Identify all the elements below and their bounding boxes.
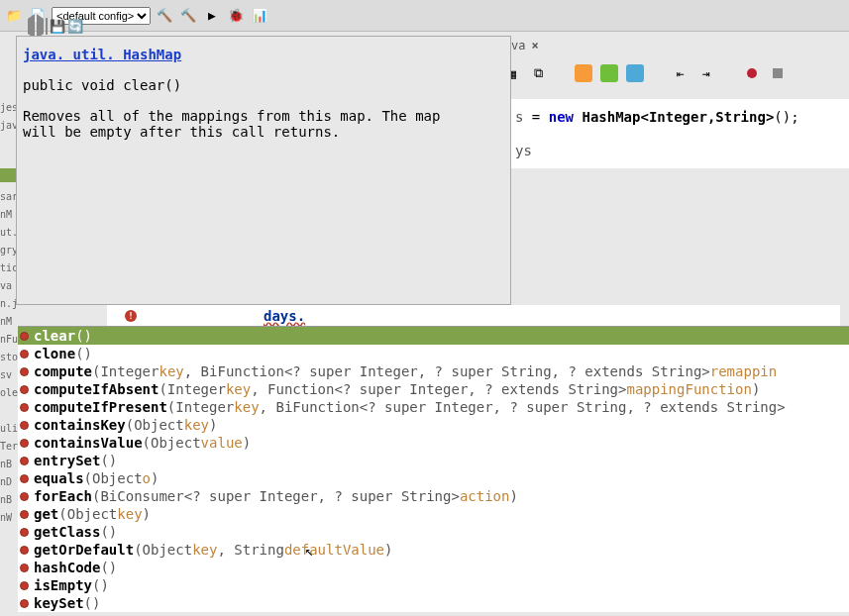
method-params: ) xyxy=(752,380,760,398)
record-icon[interactable] xyxy=(743,64,761,82)
sidebar-fragment[interactable]: nB xyxy=(0,456,18,473)
sidebar-fragment[interactable]: nFu xyxy=(0,331,18,349)
sidebar-fragment[interactable]: nB xyxy=(0,491,18,509)
hammer-icon[interactable]: 🔨 xyxy=(155,6,174,26)
sidebar-fragment[interactable]: Ter xyxy=(0,438,18,456)
completion-popup[interactable]: clear()clone()compute(Integer key, BiFun… xyxy=(18,326,849,612)
hammer-clean-icon[interactable]: 🔨 xyxy=(178,6,198,26)
completion-item[interactable]: getOrDefault(Object key, String defaultV… xyxy=(18,541,849,559)
method-icon xyxy=(20,599,29,608)
method-name: entrySet xyxy=(34,452,100,469)
method-name: forEach xyxy=(34,487,92,505)
method-icon xyxy=(20,439,29,448)
nav-stop-icon[interactable] xyxy=(46,19,48,34)
method-params: () xyxy=(100,523,117,541)
completion-item[interactable]: isEmpty() xyxy=(18,576,849,594)
error-gutter-icon[interactable]: ! xyxy=(107,305,155,327)
method-params: , Function<? super Integer, ? extends St… xyxy=(251,380,626,398)
method-params: (Integer xyxy=(92,362,159,380)
completion-item[interactable]: clear() xyxy=(18,327,849,345)
completion-item[interactable]: getClass() xyxy=(18,523,849,541)
editor-current-line[interactable]: ! days. xyxy=(107,305,840,327)
method-icon xyxy=(20,350,29,359)
method-icon xyxy=(20,474,29,483)
sidebar-fragment[interactable] xyxy=(0,402,18,420)
tab-close-icon[interactable]: × xyxy=(531,39,538,52)
method-icon xyxy=(20,457,29,465)
method-params: (Object xyxy=(143,434,201,452)
main-toolbar: 📁 📄 <default config> 🔨 🔨 ▶ 🐞 📊 xyxy=(0,0,849,32)
method-name: clear xyxy=(34,327,75,345)
javadoc-tooltip: java. util. HashMap public void clear() … xyxy=(16,36,511,305)
completion-item[interactable]: compute(Integer key, BiFunction<? super … xyxy=(18,362,849,380)
method-icon xyxy=(20,332,29,341)
sidebar-fragment[interactable]: nW xyxy=(0,509,18,527)
sidebar-fragment[interactable]: nM xyxy=(0,313,18,331)
editor-toolbar: ▦ ⧉ ⇤ ⇥ xyxy=(495,61,849,85)
tab-label[interactable]: va xyxy=(511,39,525,52)
profile-icon[interactable]: 📊 xyxy=(250,6,269,26)
completion-item[interactable]: hashCode() xyxy=(18,559,849,576)
refresh-icon[interactable]: 🔄 xyxy=(67,19,83,34)
method-params: () xyxy=(75,327,92,345)
sidebar-fragment[interactable]: ole xyxy=(0,384,18,402)
completion-item[interactable]: containsKey(Object key) xyxy=(18,416,849,434)
param-name: mappingFunction xyxy=(626,380,751,398)
completion-item[interactable]: entrySet() xyxy=(18,452,849,469)
method-name: equals xyxy=(34,469,84,487)
completion-item[interactable]: forEach(BiConsumer<? super Integer, ? su… xyxy=(18,487,849,505)
method-name: containsKey xyxy=(34,416,126,434)
method-name: containsValue xyxy=(34,434,143,452)
sidebar-fragment[interactable]: sto xyxy=(0,349,18,366)
param-name: key xyxy=(226,380,251,398)
method-name: compute xyxy=(34,362,92,380)
method-icon xyxy=(20,564,29,572)
indent-right-icon[interactable]: ⇥ xyxy=(697,64,715,82)
completion-item[interactable]: get(Object key) xyxy=(18,505,849,523)
method-icon xyxy=(20,367,29,376)
nav-back-icon[interactable] xyxy=(28,19,35,34)
method-params: () xyxy=(100,452,117,469)
method-name: hashCode xyxy=(34,559,100,576)
param-name: o xyxy=(143,469,151,487)
nav-down-icon[interactable] xyxy=(600,64,618,82)
indent-left-icon[interactable]: ⇤ xyxy=(672,64,690,82)
method-icon xyxy=(20,528,29,537)
completion-item[interactable]: equals(Object o) xyxy=(18,469,849,487)
method-name: keySet xyxy=(34,594,84,612)
method-params: ) xyxy=(384,541,392,559)
nav-forward-icon[interactable] xyxy=(37,19,44,34)
method-icon xyxy=(20,581,29,590)
method-params: () xyxy=(75,345,92,362)
code-text: days. xyxy=(155,308,305,324)
method-params: ) xyxy=(243,434,251,452)
param-name: key xyxy=(192,541,217,559)
debug-icon[interactable]: 🐞 xyxy=(226,6,246,26)
param-name: key xyxy=(117,505,142,523)
sidebar-fragment[interactable]: ulin xyxy=(0,420,18,438)
run-icon[interactable]: ▶ xyxy=(202,6,222,26)
sidebar-fragment[interactable]: sv xyxy=(0,366,18,384)
nav-sibling-icon[interactable] xyxy=(626,64,644,82)
completion-item[interactable]: computeIfPresent(Integer key, BiFunction… xyxy=(18,398,849,416)
method-params: (Object xyxy=(134,541,192,559)
completion-item[interactable]: keySet() xyxy=(18,594,849,612)
method-params: (BiConsumer<? super Integer, ? super Str… xyxy=(92,487,460,505)
method-name: isEmpty xyxy=(34,576,92,594)
editor-tabbar: va × xyxy=(503,36,849,55)
completion-item[interactable]: computeIfAbsent(Integer key, Function<? … xyxy=(18,380,849,398)
completion-item[interactable]: clone() xyxy=(18,345,849,362)
method-name: clone xyxy=(34,345,75,362)
param-name: action xyxy=(460,487,510,505)
method-icon xyxy=(20,421,29,430)
sidebar-fragment[interactable]: nD xyxy=(0,473,18,491)
tool-icon-2[interactable]: ⧉ xyxy=(529,64,547,82)
javadoc-class-link[interactable]: java. util. HashMap xyxy=(23,47,504,63)
save-icon[interactable]: 💾 xyxy=(50,19,65,34)
param-name: value xyxy=(201,434,243,452)
nav-up-icon[interactable] xyxy=(575,64,592,82)
completion-item[interactable]: containsValue(Object value) xyxy=(18,434,849,452)
stop-icon[interactable] xyxy=(769,64,787,82)
method-name: computeIfAbsent xyxy=(34,380,159,398)
method-icon xyxy=(20,492,29,501)
